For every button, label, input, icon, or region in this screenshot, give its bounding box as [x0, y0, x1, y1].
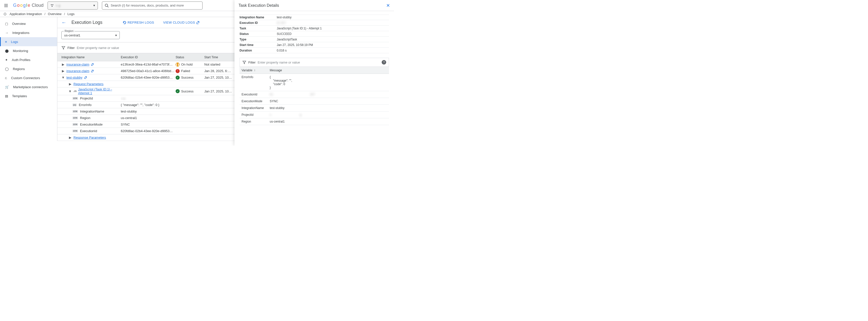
type-pill: STR: [72, 130, 78, 132]
req-parameters-link[interactable]: Request Parameters: [73, 82, 103, 86]
task-execution-details-panel: Task Execution Details ✕ Integration Nam…: [235, 0, 394, 146]
kv-value: SUCCEED: [277, 32, 389, 36]
resp-parameters-link[interactable]: Response Parameters: [73, 136, 106, 139]
variable-value: test-stubby: [121, 109, 176, 113]
variable-name: ProjectId: [80, 97, 93, 100]
kv-key: Status: [240, 32, 277, 36]
variable-row: ProjectIds g: [240, 111, 389, 118]
region-select[interactable]: us-central1 ▾: [61, 31, 120, 39]
integration-link[interactable]: insurance-claim: [66, 69, 89, 73]
integration-link[interactable]: insurance-claim: [66, 63, 89, 66]
kv-row: Integration Nametest-stubby: [240, 14, 389, 20]
variable-name: ExecutionId: [240, 93, 270, 96]
execution-id: 498725ed-00a3-41c1-a8ce-406fdd…: [121, 69, 176, 73]
status-icon: ✓: [176, 76, 180, 80]
chevron-down-icon: ▾: [93, 3, 95, 7]
js-icon: .JS: [73, 90, 77, 93]
status-icon: ✓: [176, 89, 180, 93]
breadcrumb-logs[interactable]: Logs: [67, 12, 74, 16]
variable-name: Region: [80, 116, 90, 120]
search-input[interactable]: Search (/) for resources, docs, products…: [102, 1, 203, 9]
kv-key: Task: [240, 27, 277, 30]
expand-icon[interactable]: ▶: [68, 82, 72, 86]
panel-filter-label: Filter: [248, 61, 256, 64]
svg-point-3: [105, 4, 108, 6]
col-status[interactable]: Status: [176, 56, 204, 59]
variable-name: ExecutionMode: [240, 100, 270, 103]
col-execution-id[interactable]: Execution ID: [121, 56, 176, 59]
variable-row: Regionus-central1: [240, 118, 389, 125]
execution-id: e13fcec8-36ea-413d-86af-e7073f…: [121, 63, 176, 66]
sidebar-item-marketplace-connectors[interactable]: 🛒Marketplace connectors: [0, 82, 57, 92]
region-value: us-central1: [64, 33, 80, 37]
type-pill: STR: [72, 116, 78, 119]
kv-value: JavaScriptTask: [277, 38, 389, 41]
detail-kv-table: Integration Nametest-stubbyExecution ID6…: [240, 14, 389, 53]
sort-asc-icon: ↑: [254, 69, 255, 72]
google-cloud-logo[interactable]: Google Cloud: [13, 3, 43, 8]
close-icon[interactable]: ✕: [386, 3, 390, 8]
expand-icon[interactable]: ▼: [68, 90, 72, 93]
svg-line-4: [107, 6, 108, 7]
globe-icon: ◯: [5, 67, 9, 71]
variable-name: ExecutionMode: [80, 122, 103, 126]
sidebar-item-logs[interactable]: ≡Logs: [0, 37, 57, 46]
refresh-logs-button[interactable]: Refresh Logs: [123, 21, 154, 25]
svg-point-1: [52, 4, 53, 5]
execution-id: 620fd8ac-02b4-43ee-920e-d9953…: [121, 76, 176, 79]
external-link-icon: [84, 76, 87, 79]
status-text: Success: [181, 76, 193, 79]
kv-key: Execution ID: [240, 21, 277, 25]
filter-icon: [242, 60, 246, 64]
breadcrumb-overview[interactable]: Overview: [48, 12, 61, 16]
kv-row: TypeJavaScriptTask: [240, 37, 389, 42]
col-variable[interactable]: Variable↑: [240, 69, 270, 72]
page-title: Execution Logs: [71, 20, 102, 25]
external-link-icon: [91, 70, 94, 73]
logs-icon: ≡: [5, 40, 7, 44]
variable-value: us-central1: [121, 116, 176, 120]
variable-message: SYNC: [270, 100, 389, 103]
sidebar-item-monitoring[interactable]: ⬤Monitoring: [0, 46, 57, 55]
variable-table: Variable↑ Message ErrorInfo{ "message": …: [240, 67, 389, 125]
expand-icon[interactable]: ▼: [61, 76, 65, 79]
col-message[interactable]: Message: [270, 69, 389, 72]
view-cloud-logs-button[interactable]: View Cloud Logs: [163, 21, 200, 24]
status-icon: ❚❚: [176, 63, 180, 67]
type-pill: STR: [72, 123, 78, 126]
integration-link[interactable]: test-stubby: [66, 76, 83, 79]
status-icon: !: [176, 69, 180, 73]
search-icon: [105, 3, 109, 7]
variable-name: Region: [240, 120, 270, 123]
svg-point-2: [52, 6, 53, 7]
sidebar-item-templates[interactable]: ▤Templates: [0, 92, 57, 101]
help-icon[interactable]: ?: [382, 60, 386, 65]
project-name: s g: [56, 3, 60, 7]
sidebar-item-overview[interactable]: ▢Overview: [0, 19, 57, 28]
task-link[interactable]: JavaScript (Task ID:1) - Attempt 1: [78, 87, 121, 95]
kv-key: Integration Name: [240, 15, 277, 19]
expand-icon[interactable]: ▶: [61, 63, 65, 66]
monitoring-icon: ⬤: [5, 49, 9, 53]
expand-icon[interactable]: ▶: [68, 136, 72, 139]
expand-icon[interactable]: ▶: [61, 69, 65, 73]
sidebar-item-auth-profiles[interactable]: ✦Auth Profiles: [0, 55, 57, 64]
kv-value: JavaScript (Task ID:1) - Attempt 1: [277, 27, 389, 30]
variable-name: ErrorInfo: [240, 75, 270, 79]
sidebar-item-custom-connectors[interactable]: ⎌Custom Connectors: [0, 73, 57, 82]
sidebar-item-regions[interactable]: ◯Regions: [0, 64, 57, 73]
panel-filter-bar[interactable]: Filter Enter property name or value ?: [240, 58, 389, 67]
back-arrow-icon[interactable]: ←: [61, 20, 66, 25]
variable-value: 620fd8ac-02b4-43ee-920e-d9953…: [121, 129, 176, 133]
hamburger-menu-icon[interactable]: [3, 2, 9, 8]
breadcrumb-product[interactable]: Application Integration: [9, 12, 42, 16]
variable-value: SYNC: [121, 122, 176, 126]
variable-message: test-stubby: [270, 106, 389, 110]
filter-label: Filter: [67, 46, 75, 50]
kv-value: 0.016 s: [277, 49, 389, 52]
kv-value: Jan 27, 2025, 10:58:19 PM: [277, 43, 389, 47]
col-integration-name[interactable]: Integration Name: [57, 56, 121, 59]
external-link-icon: [196, 21, 199, 24]
sidebar-item-integrations[interactable]: →Integrations: [0, 28, 57, 37]
project-selector[interactable]: s g ▾: [48, 1, 98, 9]
